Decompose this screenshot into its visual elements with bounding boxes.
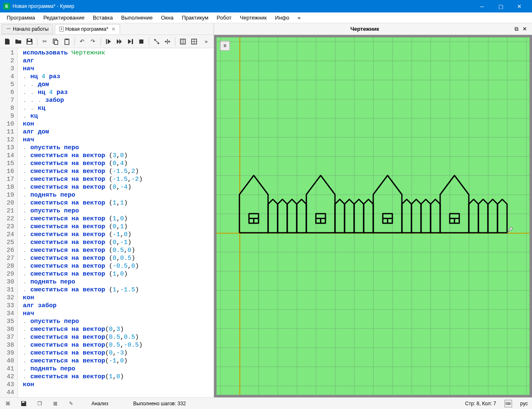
close-button[interactable]: ✕ [510, 0, 529, 12]
sb-copy-icon[interactable]: ❐ [36, 400, 43, 407]
tab-program-label: Новая программа* [65, 26, 108, 32]
svg-point-10 [158, 42, 159, 44]
tab-program[interactable]: 1 Новая программа* ✕ [55, 24, 121, 34]
svg-rect-21 [22, 402, 25, 403]
editor-tabs: 〰 Начало работы 1 Новая программа* ✕ [0, 23, 214, 35]
svg-rect-5 [66, 39, 68, 40]
status-lang: рус [520, 401, 528, 407]
save-file-button[interactable] [25, 37, 34, 47]
tab-start-label: Начало работы [13, 26, 49, 32]
run-button[interactable] [114, 37, 124, 47]
svg-rect-8 [139, 39, 143, 44]
menu-windows[interactable]: Окна [157, 13, 177, 22]
view2-button[interactable] [163, 37, 173, 47]
code-area[interactable]: использовать Чертежникалгнач. нц 4 раз. … [18, 48, 148, 397]
cut-button[interactable]: ✂ [40, 37, 50, 47]
code-editor[interactable]: 1234567891011121314151617181920212223242… [0, 48, 214, 397]
run-to-end-button[interactable] [126, 37, 135, 47]
status-steps: Выполнено шагов: 332 [133, 401, 186, 407]
line-gutter: 1234567891011121314151617181920212223242… [0, 48, 18, 397]
menu-practicum[interactable]: Практикум [177, 13, 212, 22]
svg-rect-7 [132, 39, 133, 44]
titlebar: К Новая программа* - Кумир ─ ▢ ✕ [0, 0, 532, 12]
statusbar: ⌘ ❐ ⊠ ✎ Анализ Выполнено шагов: 332 Стр:… [0, 397, 532, 409]
window-title: Новая программа* - Кумир [12, 3, 473, 9]
undo-button[interactable]: ↶ [77, 37, 87, 47]
canvas-header: Чертежник ⧉ ✕ [214, 23, 532, 35]
sb-edit-icon[interactable]: ✎ [67, 400, 75, 407]
canvas-popout-button[interactable]: ⧉ [512, 26, 520, 32]
menu-edit[interactable]: Редактирование [39, 13, 89, 22]
menu-run[interactable]: Выполнение [117, 13, 157, 22]
paste-button[interactable] [62, 37, 72, 47]
run-step-button[interactable] [103, 37, 113, 47]
svg-point-9 [154, 39, 156, 41]
sb-close-icon[interactable]: ⊠ [52, 400, 59, 407]
new-file-button[interactable] [2, 37, 12, 47]
menu-drawer[interactable]: Чертежник [236, 13, 271, 22]
menu-robot[interactable]: Робот [212, 13, 236, 22]
app-icon: К [3, 3, 10, 10]
maximize-button[interactable]: ▢ [491, 0, 510, 12]
menu-info[interactable]: Инфо [271, 13, 293, 22]
sb-console-icon[interactable]: ⌘ [4, 400, 12, 407]
canvas-area: ≡ [214, 35, 532, 397]
svg-rect-3 [54, 40, 58, 44]
menubar: Программа Редактирование Вставка Выполне… [0, 12, 532, 23]
drawing-canvas[interactable]: ≡ [217, 37, 530, 395]
svg-point-12 [165, 41, 167, 42]
svg-rect-0 [28, 39, 31, 41]
svg-rect-6 [106, 39, 107, 44]
layout2-button[interactable] [189, 37, 199, 47]
tab-start[interactable]: 〰 Начало работы [2, 24, 53, 34]
copy-button[interactable] [51, 37, 61, 47]
menu-program[interactable]: Программа [2, 13, 39, 22]
minimize-button[interactable]: ─ [473, 0, 491, 12]
wave-icon: 〰 [6, 27, 11, 32]
redo-button[interactable]: ↷ [88, 37, 98, 47]
layout1-button[interactable] [178, 37, 188, 47]
stop-button[interactable] [136, 37, 146, 47]
canvas-close-button[interactable]: ✕ [520, 26, 529, 32]
close-icon[interactable]: ✕ [111, 26, 116, 32]
svg-line-11 [156, 41, 158, 42]
toolbar: ✂ ↶ ↷ » [0, 35, 214, 48]
status-analysis: Анализ [91, 401, 108, 407]
view1-button[interactable] [152, 37, 162, 47]
doc-icon: 1 [59, 27, 64, 32]
svg-point-13 [168, 41, 170, 42]
sb-keyboard-icon[interactable]: ⌨ [505, 400, 512, 407]
svg-rect-15 [180, 39, 185, 44]
drawing-svg [217, 37, 530, 395]
toolbar-more-button[interactable]: » [201, 37, 211, 47]
open-file-button[interactable] [14, 37, 24, 47]
status-cursor: Стр: 8, Кол: 7 [465, 401, 496, 407]
menu-insert[interactable]: Вставка [89, 13, 117, 22]
svg-rect-1 [27, 42, 32, 44]
canvas-title: Чертежник [217, 26, 512, 32]
menu-more[interactable]: » [293, 13, 305, 22]
sb-save-icon[interactable] [20, 400, 27, 407]
